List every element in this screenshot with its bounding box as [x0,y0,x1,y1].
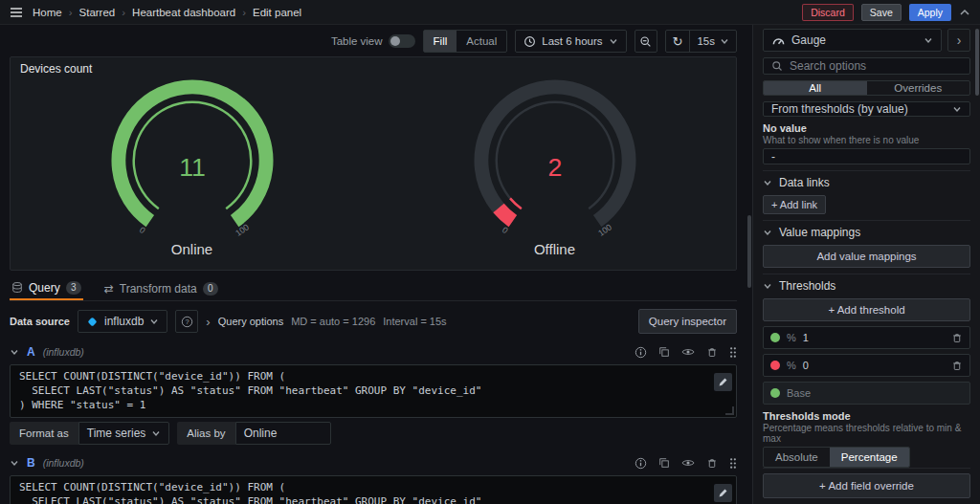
sql-line: ) WHERE "status" = 1 [19,398,711,412]
gauge-value: 2 [547,153,562,182]
hamburger-menu-icon[interactable] [10,7,23,18]
transform-icon: ⇄ [104,282,114,296]
no-value-label: No value [763,122,970,134]
add-field-override-button[interactable]: + Add field override [763,473,970,498]
max-data-points: MD = auto = 1296 [291,316,375,327]
thresholds-mode-segmented: Absolute Percentage [763,447,910,468]
format-as-label: Format as [10,422,78,445]
add-value-mappings-button[interactable]: Add value mappings [763,245,970,268]
thresholds-mode-label: Thresholds mode [763,410,970,422]
refresh-button[interactable]: ↻ [666,31,690,52]
threshold-color-dot[interactable] [770,388,780,398]
query-row-b: B (influxdb) SELECT COUNT(DISTINCT("devi… [10,452,737,504]
info-icon[interactable] [635,457,647,470]
eye-icon[interactable] [681,458,695,468]
value-mappings-header[interactable]: Value mappings [763,226,970,239]
actual-option[interactable]: Actual [457,31,506,52]
threshold-color-dot[interactable] [770,333,780,342]
thresholds-title: Thresholds [779,279,835,293]
table-view-label: Table view [331,35,383,47]
refresh-interval-dropdown[interactable]: 15s [690,31,736,52]
query-ref-id[interactable]: B [27,456,35,470]
threshold-value-input[interactable]: 0 [803,360,809,371]
topbar-actions: Discard Save Apply [802,4,970,21]
tab-all[interactable]: All [764,81,867,94]
query-sql-editor[interactable]: SELECT COUNT(DISTINCT("device_id")) FROM… [10,364,737,418]
discard-button[interactable]: Discard [802,4,854,21]
delete-threshold-button[interactable] [951,360,963,372]
format-as-select[interactable]: Time series [78,422,170,445]
delete-threshold-button[interactable] [951,332,963,344]
datasource-help-button[interactable]: ? [175,310,198,333]
drag-handle-icon[interactable] [729,346,737,359]
collapse-pane-button[interactable]: › [947,29,970,52]
mode-percentage[interactable]: Percentage [830,448,909,467]
scrollbar-thumb[interactable] [747,215,751,288]
chevron-down-icon [609,37,618,45]
add-link-button[interactable]: + Add link [763,195,826,214]
edit-query-button[interactable] [714,373,732,391]
data-links-header[interactable]: Data links [763,176,970,189]
svg-text:?: ? [185,317,189,325]
panel-title: Devices count [11,57,736,76]
query-inspector-button[interactable]: Query inspector [638,309,737,334]
query-datasource: (influxdb) [43,457,84,469]
save-button[interactable]: Save [861,4,902,21]
time-range-picker[interactable]: Last 6 hours [515,30,626,53]
datasource-value: influxdb [104,315,144,328]
tab-query[interactable]: Query 3 [10,276,83,300]
table-view-toggle[interactable] [389,34,415,48]
gauge-min-label: 0 [500,225,509,235]
breadcrumb-dashboard[interactable]: Heartbeat dashboard [132,7,235,18]
threshold-value-input[interactable]: 1 [803,332,809,343]
options-filter-tabs: All Overrides [763,80,970,95]
chevron-down-icon [952,105,962,113]
percent-prefix: % [787,332,796,343]
database-icon [11,281,23,294]
chevron-down-icon [763,282,772,290]
query-options-toggle[interactable]: › Query options MD = auto = 1296 Interva… [206,315,446,329]
fill-option[interactable]: Fill [424,31,457,52]
threshold-color-dot[interactable] [770,361,780,370]
apply-button[interactable]: Apply [909,4,951,21]
format-as-field: Format as Time series [10,422,169,445]
value-mappings-title: Value mappings [779,226,860,239]
options-search[interactable]: Search options [763,57,970,75]
breadcrumb: Home › Starred › Heartbeat dashboard › E… [33,7,301,18]
no-value-input[interactable]: - [763,148,970,164]
add-threshold-button[interactable]: + Add threshold [763,298,970,321]
drag-handle-icon[interactable] [729,457,737,470]
breadcrumb-starred[interactable]: Starred [79,7,116,18]
tab-transform[interactable]: ⇄ Transform data 0 [102,276,220,300]
datasource-picker[interactable]: influxdb [78,310,167,333]
edit-query-button[interactable] [714,484,732,502]
chevron-up-icon[interactable] [959,9,970,16]
eye-icon[interactable] [681,347,695,357]
color-scheme-select[interactable]: From thresholds (by value) [763,101,970,118]
duplicate-icon[interactable] [658,346,670,358]
query-ref-id[interactable]: A [27,345,35,359]
transform-count-badge: 0 [203,282,218,296]
search-icon [771,60,783,72]
zoom-out-button[interactable] [635,30,657,53]
sql-line: SELECT LAST("status") AS "status" FROM "… [19,383,711,398]
duplicate-icon[interactable] [658,457,670,469]
query-sql-editor[interactable]: SELECT COUNT(DISTINCT("device_id")) FROM… [10,475,737,504]
collapse-chevron-icon[interactable] [10,348,19,356]
trash-icon[interactable] [706,457,718,470]
tab-overrides[interactable]: Overrides [867,81,970,94]
panel-type-picker[interactable]: Gauge [763,29,942,52]
info-icon[interactable] [635,346,647,359]
sidebar-scrollbar-thumb[interactable] [975,29,979,96]
alias-by-input[interactable]: Online [235,422,331,445]
color-scheme-value: From thresholds (by value) [771,102,908,116]
tab-transform-label: Transform data [120,282,197,296]
mode-absolute[interactable]: Absolute [764,448,830,467]
no-value-description: What to show when there is no value [763,135,970,145]
thresholds-header[interactable]: Thresholds [763,279,970,293]
chevron-right-icon: › [206,315,210,329]
collapse-chevron-icon[interactable] [10,459,19,467]
trash-icon[interactable] [706,346,718,359]
breadcrumb-home[interactable]: Home [33,7,62,18]
breadcrumb-separator: › [242,7,246,18]
